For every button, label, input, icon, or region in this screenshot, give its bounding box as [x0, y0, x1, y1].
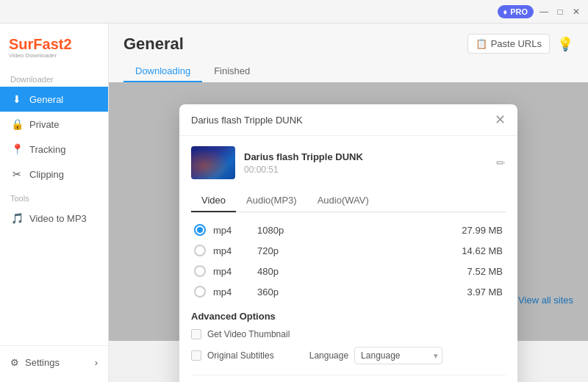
dialog-close-button[interactable]: ✕ — [495, 113, 506, 126]
resolution-720p: 720p — [257, 245, 454, 256]
tab-video[interactable]: Video — [191, 190, 236, 212]
sidebar-item-tracking[interactable]: 📍 Tracking — [0, 137, 108, 162]
brand-number: 2 — [63, 36, 71, 52]
brand: SurFast2 Video Downloader — [0, 31, 108, 71]
tab-audio-mp3[interactable]: Audio(MP3) — [236, 190, 307, 212]
advanced-options-title: Advanced Options — [191, 311, 506, 322]
download-icon: ⬇ — [10, 93, 24, 105]
main-body: View all sites Darius flash Tripple DUNK… — [109, 82, 588, 341]
tab-finished[interactable]: Finished — [202, 61, 262, 82]
size-1080p: 27.99 MB — [462, 225, 503, 236]
language-text-label: Language — [309, 350, 348, 361]
downloader-label: Downloader — [0, 71, 108, 87]
subtitle-checkbox[interactable] — [191, 350, 201, 361]
format-tabs: Video Audio(MP3) Audio(WAV) — [191, 190, 506, 212]
save-row: Save to D:/SurFast Downloads 📁 Download — [191, 375, 506, 382]
dialog-title: Darius flash Tripple DUNK — [191, 115, 303, 126]
format-720p: mp4 — [213, 245, 250, 256]
clipping-icon: ✂ — [10, 168, 24, 180]
main-tabs: Downloading Finished — [109, 54, 588, 82]
paste-urls-label: Paste URLs — [491, 38, 542, 49]
sidebar-private-label: Private — [29, 119, 59, 130]
video-duration: 00:00:51 — [244, 165, 487, 175]
settings-gear-icon: ⚙ — [10, 357, 19, 368]
quality-list: mp4 1080p 27.99 MB mp4 720p 14.62 MB — [191, 220, 506, 302]
sidebar-item-clipping[interactable]: ✂ Clipping — [0, 162, 108, 187]
brand-logo: SurFast2 — [9, 37, 72, 51]
sidebar: SurFast2 Video Downloader Downloader ⬇ G… — [0, 24, 109, 382]
tab-downloading[interactable]: Downloading — [123, 61, 202, 82]
format-1080p: mp4 — [213, 225, 250, 236]
video-name: Darius flash Tripple DUNK — [244, 151, 487, 162]
sidebar-item-general[interactable]: ⬇ General — [0, 87, 108, 112]
header-right: 📋 Paste URLs 💡 — [467, 34, 573, 54]
page-title: General — [123, 35, 184, 54]
video-info-row: Darius flash Tripple DUNK 00:00:51 ✏ — [191, 146, 506, 179]
subtitle-label: Original Subtitles — [207, 350, 274, 361]
format-480p: mp4 — [213, 266, 250, 277]
pro-label: PRO — [510, 7, 528, 16]
main-header: General 📋 Paste URLs 💡 — [109, 24, 588, 54]
edit-icon[interactable]: ✏ — [496, 156, 506, 170]
language-select-wrapper: Language — [354, 347, 442, 364]
size-480p: 7.52 MB — [467, 266, 503, 277]
resolution-1080p: 1080p — [257, 225, 454, 236]
resolution-480p: 480p — [257, 266, 460, 277]
video-to-mp3-label: Video to MP3 — [29, 213, 87, 224]
close-button[interactable]: ✕ — [570, 6, 582, 18]
light-bulb-icon: 💡 — [557, 36, 573, 52]
brand-subtitle: Video Downloader — [9, 52, 72, 59]
paste-icon: 📋 — [476, 38, 487, 49]
tracking-icon: 📍 — [10, 143, 24, 155]
thumbnail-option-row: Get Video Thumbnail — [191, 329, 506, 339]
format-360p: mp4 — [213, 286, 250, 298]
subtitle-option-row: Original Subtitles Language Language — [191, 347, 506, 364]
video-meta: Darius flash Tripple DUNK 00:00:51 — [244, 151, 487, 175]
lock-icon: 🔒 — [10, 118, 24, 130]
sidebar-clipping-label: Clipping — [29, 169, 64, 180]
quality-row-1080p[interactable]: mp4 1080p 27.99 MB — [191, 220, 506, 240]
sidebar-bottom: ⚙ Settings › — [0, 345, 108, 375]
app-layout: SurFast2 Video Downloader Downloader ⬇ G… — [0, 24, 588, 382]
dialog-header: Darius flash Tripple DUNK ✕ — [179, 104, 517, 136]
music-icon: 🎵 — [10, 212, 24, 224]
video-thumbnail — [191, 146, 235, 179]
sidebar-tracking-label: Tracking — [29, 144, 65, 155]
quality-row-480p[interactable]: mp4 480p 7.52 MB — [191, 261, 506, 281]
quality-row-360p[interactable]: mp4 360p 3.97 MB — [191, 281, 506, 302]
paste-urls-button[interactable]: 📋 Paste URLs — [467, 34, 550, 54]
modal-backdrop: Darius flash Tripple DUNK ✕ Darius flash… — [109, 82, 588, 341]
thumbnail-label: Get Video Thumbnail — [207, 329, 290, 339]
pro-badge[interactable]: ♦ PRO — [498, 5, 534, 18]
pro-icon: ♦ — [503, 7, 508, 16]
settings-label: Settings — [25, 357, 60, 368]
radio-480p[interactable] — [194, 265, 206, 277]
brand-name1: SurFast — [9, 36, 63, 52]
size-720p: 14.62 MB — [462, 245, 503, 256]
sidebar-item-private[interactable]: 🔒 Private — [0, 112, 108, 137]
settings-chevron-icon: › — [95, 357, 98, 368]
dialog: Darius flash Tripple DUNK ✕ Darius flash… — [179, 104, 517, 382]
tools-label: Tools — [0, 187, 108, 206]
sidebar-general-label: General — [29, 94, 63, 105]
quality-row-720p[interactable]: mp4 720p 14.62 MB — [191, 240, 506, 261]
title-bar: ♦ PRO — □ ✕ — [0, 0, 588, 24]
radio-720p[interactable] — [194, 245, 206, 256]
tab-audio-wav[interactable]: Audio(WAV) — [307, 190, 379, 212]
dialog-body: Darius flash Tripple DUNK 00:00:51 ✏ Vid… — [179, 136, 517, 382]
settings-item[interactable]: ⚙ Settings › — [0, 350, 108, 375]
size-360p: 3.97 MB — [467, 286, 503, 298]
language-select[interactable]: Language — [354, 347, 442, 364]
radio-360p[interactable] — [194, 286, 206, 298]
minimize-button[interactable]: — — [538, 6, 550, 18]
main-content: General 📋 Paste URLs 💡 Downloading Finis… — [109, 24, 588, 382]
maximize-button[interactable]: □ — [554, 6, 566, 18]
radio-1080p[interactable] — [194, 224, 206, 236]
thumbnail-checkbox[interactable] — [191, 329, 201, 339]
sidebar-item-video-to-mp3[interactable]: 🎵 Video to MP3 — [0, 206, 108, 231]
resolution-360p: 360p — [257, 286, 460, 298]
